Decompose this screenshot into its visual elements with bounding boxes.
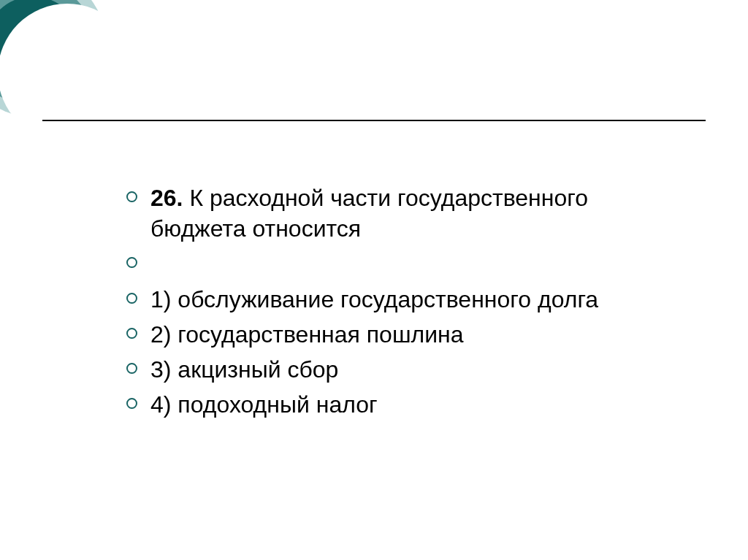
question-item: 26. К расходной части государственного б… bbox=[126, 183, 682, 244]
question-body: К расходной части государственного бюдже… bbox=[150, 185, 588, 242]
option-item: 4) подоходный налог bbox=[126, 389, 682, 420]
option-item: 3) акцизный сбор bbox=[126, 354, 682, 385]
bullet-icon bbox=[126, 191, 137, 202]
option-text: 1) обслуживание государственного долга bbox=[150, 284, 598, 315]
option-text: 2) государственная пошлина bbox=[150, 319, 464, 350]
empty-item bbox=[126, 248, 682, 279]
option-item: 1) обслуживание государственного долга bbox=[126, 284, 682, 315]
bullet-icon bbox=[126, 328, 137, 339]
bullet-icon bbox=[126, 398, 137, 409]
bullet-icon bbox=[126, 257, 137, 268]
question-number: 26. bbox=[150, 185, 183, 211]
slide-content: 26. К расходной части государственного б… bbox=[126, 183, 682, 425]
option-text: 4) подоходный налог bbox=[150, 389, 378, 420]
bullet-icon bbox=[126, 293, 137, 304]
corner-decoration bbox=[0, 0, 106, 117]
bullet-icon bbox=[126, 363, 137, 374]
empty-text bbox=[150, 248, 157, 279]
option-text: 3) акцизный сбор bbox=[150, 354, 338, 385]
question-text: 26. К расходной части государственного б… bbox=[150, 183, 682, 244]
option-item: 2) государственная пошлина bbox=[126, 319, 682, 350]
horizontal-divider bbox=[42, 120, 706, 121]
